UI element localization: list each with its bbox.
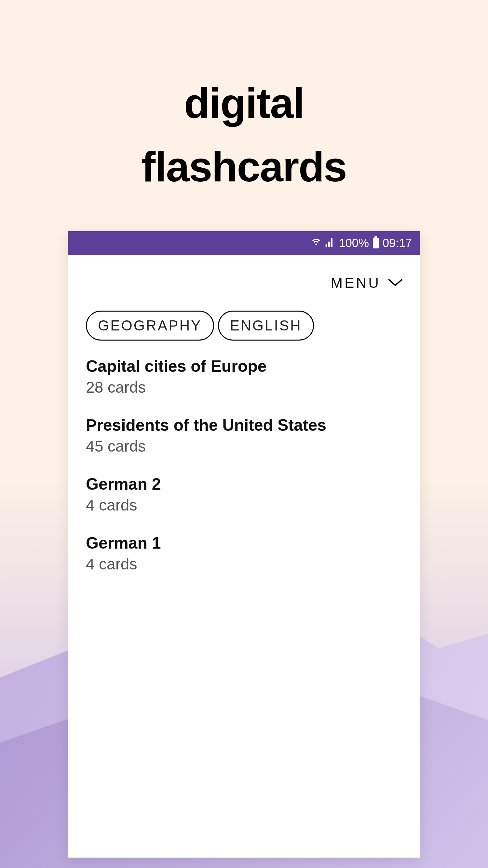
list-item[interactable]: German 2 4 cards (86, 475, 403, 514)
filter-chips: GEOGRAPHY ENGLISH (85, 311, 403, 341)
chip-english[interactable]: ENGLISH (218, 311, 314, 341)
clock-time: 09:17 (383, 236, 412, 250)
deck-count: 28 cards (86, 378, 403, 396)
battery-percent: 100% (339, 236, 369, 250)
chip-geography[interactable]: GEOGRAPHY (86, 311, 214, 341)
page-title: digital flashcards (0, 0, 488, 198)
status-icons (311, 237, 335, 249)
deck-count: 4 cards (86, 555, 403, 573)
deck-count: 4 cards (86, 496, 403, 514)
deck-title: Capital cities of Europe (86, 357, 403, 376)
menu-label: MENU (330, 275, 381, 291)
app-content: MENU GEOGRAPHY ENGLISH Capital cities of… (68, 255, 420, 858)
deck-count: 45 cards (86, 437, 403, 455)
menu-button[interactable]: MENU (85, 268, 403, 311)
wifi-icon (311, 237, 321, 249)
list-item[interactable]: Presidents of the United States 45 cards (86, 416, 403, 455)
battery-icon (373, 238, 379, 248)
deck-title: Presidents of the United States (86, 416, 403, 435)
deck-list: Capital cities of Europe 28 cards Presid… (85, 357, 403, 573)
deck-title: German 2 (86, 475, 403, 494)
chevron-down-icon (387, 278, 403, 288)
title-line-1: digital (0, 72, 488, 135)
deck-title: German 1 (86, 534, 403, 553)
signal-icon (325, 237, 335, 249)
list-item[interactable]: German 1 4 cards (86, 534, 403, 573)
status-bar: 100% 09:17 (68, 231, 420, 255)
phone-mockup: 100% 09:17 MENU GEOGRAPHY ENGLISH Capita… (68, 231, 420, 858)
list-item[interactable]: Capital cities of Europe 28 cards (86, 357, 403, 396)
title-line-2: flashcards (0, 135, 488, 198)
